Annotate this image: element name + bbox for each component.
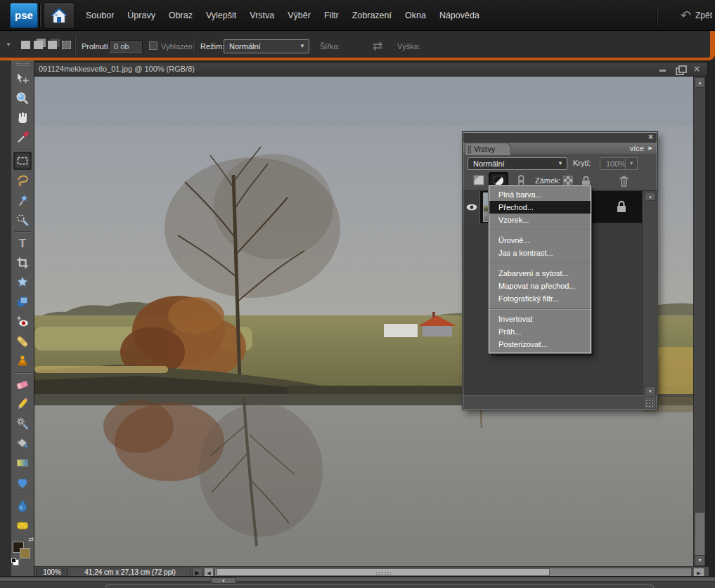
menu-item-fotograficky-filtr[interactable]: Fotografický filtr... — [489, 292, 591, 305]
undo-button[interactable]: ↶ Zpět — [681, 0, 712, 31]
panel-more-button[interactable]: více — [630, 144, 644, 152]
quick-selection-tool[interactable] — [13, 211, 32, 229]
vertical-scrollbar[interactable]: ▲ ▼ — [693, 77, 705, 566]
move-tool[interactable] — [13, 70, 32, 88]
toolbox-grip[interactable] — [15, 63, 30, 67]
menu-vylepsit[interactable]: Vylepšit — [206, 11, 236, 20]
menu-vrstva[interactable]: Vrstva — [250, 11, 274, 20]
layers-panel-header[interactable]: × — [463, 133, 657, 143]
eye-icon — [465, 202, 478, 212]
menu-item-vzorek[interactable]: Vzorek... — [489, 214, 591, 226]
menu-napoveda[interactable]: Nápověda — [439, 11, 479, 20]
opacity-select[interactable]: 100% ▼ — [600, 157, 638, 170]
project-bin-collapse-button[interactable]: ▼ — [211, 577, 236, 584]
default-colors-icon[interactable] — [11, 558, 16, 563]
selection-subtract-icon[interactable] — [48, 41, 57, 49]
menu-filtr[interactable]: Filtr — [324, 11, 339, 20]
background-color-swatch[interactable] — [20, 548, 30, 558]
layers-scroll-down-button[interactable]: ▼ — [645, 386, 656, 396]
tab-vrstvy[interactable]: Vrstvy — [465, 143, 511, 155]
selection-new-icon[interactable] — [21, 41, 30, 49]
menu-item-zabarveni-a-sytost[interactable]: Zabarvení a sytost... — [489, 267, 591, 280]
menu-item-jas-a-kontrast[interactable]: Jas a kontrast... — [489, 247, 591, 259]
clone-stamp-tool[interactable] — [13, 352, 32, 370]
gradient-tool[interactable] — [13, 454, 32, 472]
zoom-tool[interactable] — [13, 89, 32, 107]
pse-logo[interactable]: pse — [10, 3, 38, 28]
menu-item-plna-barva[interactable]: Plná barva... — [489, 188, 591, 201]
scroll-down-button[interactable]: ▼ — [695, 555, 705, 566]
lock-transparency-icon[interactable] — [563, 176, 573, 185]
blend-mode-select[interactable]: Normální ▼ — [468, 157, 567, 170]
antialias-checkbox[interactable] — [149, 41, 157, 50]
smart-brush-tool[interactable] — [13, 414, 32, 433]
cookie-cutter-tool[interactable] — [13, 273, 32, 292]
close-button[interactable]: × — [692, 65, 702, 74]
project-bin-divider[interactable] — [0, 577, 715, 582]
eyedropper-tool[interactable] — [13, 129, 32, 147]
menu-item-urovne[interactable]: Úrovně... — [489, 234, 591, 247]
blur-tool[interactable] — [13, 497, 32, 515]
panel-close-icon[interactable]: × — [648, 133, 653, 142]
red-eye-removal-tool[interactable] — [13, 313, 32, 331]
new-layer-icon[interactable] — [472, 174, 486, 188]
menu-item-invertovat[interactable]: Invertovat — [489, 313, 591, 325]
menu-obraz[interactable]: Obraz — [169, 11, 193, 20]
selection-add-icon[interactable] — [34, 41, 43, 49]
document-title-bar[interactable]: 091124mekkesvetlo_01.jpg @ 100% (RGB/8) … — [34, 63, 707, 77]
menu-upravy[interactable]: Úpravy — [127, 11, 155, 20]
crop-tool[interactable] — [13, 254, 32, 272]
divider — [14, 231, 31, 232]
magic-wand-tool[interactable] — [13, 191, 32, 209]
delete-layer-icon[interactable] — [617, 174, 631, 188]
paint-bucket-tool[interactable] — [13, 434, 32, 452]
type-tool[interactable]: T — [13, 234, 32, 252]
vertical-scroll-thumb[interactable] — [695, 512, 705, 556]
recompose-tool[interactable] — [13, 293, 32, 311]
menu-item-posterizovat[interactable]: Posterizovat... — [489, 338, 591, 351]
panel-resize-grip[interactable] — [645, 398, 655, 407]
smart-brush-icon — [15, 416, 30, 431]
swap-colors-icon[interactable]: ⇄ — [28, 536, 34, 543]
selection-intersect-icon[interactable] — [62, 41, 71, 49]
lasso-tool[interactable] — [13, 171, 32, 190]
color-swatches[interactable]: ⇄ — [13, 540, 32, 561]
horizontal-scroll-thumb[interactable] — [217, 568, 550, 576]
layer-visibility-cell[interactable] — [463, 191, 480, 223]
home-button[interactable] — [44, 2, 75, 29]
menu-item-prechod[interactable]: Přechod... — [489, 201, 591, 214]
tool-presets-arrow-icon[interactable]: ▼ — [6, 41, 11, 48]
layer-lock-icon — [615, 200, 628, 214]
eraser-tool[interactable] — [13, 375, 32, 393]
sponge-tool[interactable] — [13, 516, 32, 535]
menu-okna[interactable]: Okna — [405, 11, 426, 20]
minimize-button[interactable] — [658, 65, 668, 74]
hand-tool[interactable] — [13, 109, 32, 127]
layers-tab-label: Vrstvy — [474, 145, 495, 153]
hand-icon — [15, 110, 30, 126]
restore-button[interactable] — [675, 65, 685, 74]
menu-item-mapovat-na-prechod[interactable]: Mapovat na přechod... — [489, 280, 591, 292]
scroll-up-button[interactable]: ▲ — [695, 77, 705, 88]
swap-dimensions-icon: ⇄ — [373, 39, 382, 53]
shape-tool[interactable] — [13, 473, 32, 492]
project-bin-edge — [105, 584, 654, 588]
opacity-value: 100% — [606, 159, 626, 168]
pencil-tool[interactable] — [13, 395, 32, 413]
menu-item-prah[interactable]: Práh... — [489, 325, 591, 338]
menu-soubor[interactable]: Soubor — [86, 11, 114, 20]
menu-zobrazeni[interactable]: Zobrazení — [352, 11, 392, 20]
layers-scroll-up-button[interactable]: ▲ — [645, 192, 656, 201]
eyedropper-icon — [15, 130, 30, 145]
tool-options-bar: ▼ Prolnutí: 0 ob Vyhlazení Režim: Normál… — [0, 31, 715, 60]
menu-vyber[interactable]: Výběr — [288, 11, 311, 20]
healing-brush-tool[interactable] — [13, 332, 32, 351]
layers-scrollbar[interactable]: ▲ ▼ — [642, 191, 658, 396]
svg-text:T: T — [19, 237, 27, 250]
mode-select[interactable]: Normální ▼ — [224, 39, 309, 53]
rectangular-marquee-tool[interactable] — [13, 152, 32, 170]
feather-input[interactable]: 0 ob — [109, 40, 143, 53]
mode-label: Režim: — [200, 42, 224, 51]
clone-stamp-icon — [15, 353, 30, 369]
menu-bar: pse Soubor Úpravy Obraz Vylepšit Vrstva … — [0, 0, 715, 31]
